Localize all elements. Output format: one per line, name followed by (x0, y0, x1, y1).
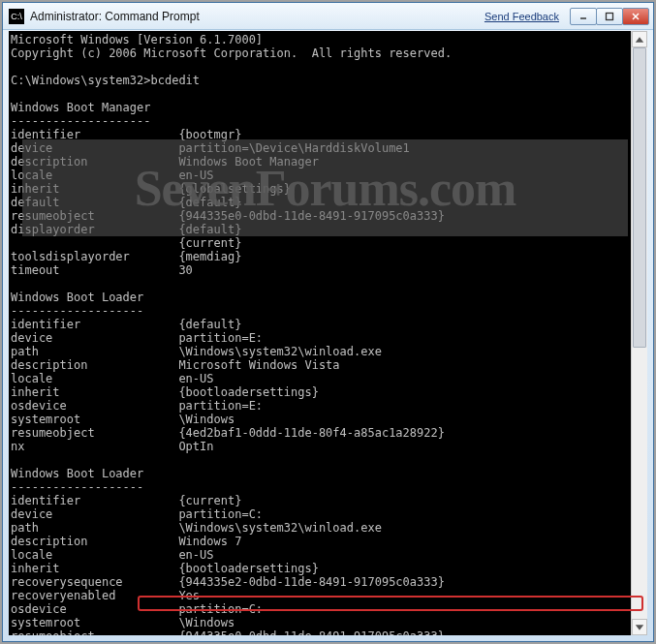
svg-marker-4 (636, 37, 643, 43)
window-title: Administrator: Command Prompt (30, 10, 200, 23)
titlebar[interactable]: C:\ Administrator: Command Prompt Send F… (3, 3, 653, 30)
svg-rect-1 (607, 13, 613, 19)
send-feedback-link[interactable]: Send Feedback (484, 11, 559, 22)
scroll-track[interactable] (632, 47, 647, 619)
svg-marker-5 (636, 625, 643, 630)
maximize-button[interactable] (596, 8, 623, 25)
console-area: Microsoft Windows [Version 6.1.7000] Cop… (9, 31, 647, 635)
console-output[interactable]: Microsoft Windows [Version 6.1.7000] Cop… (9, 31, 631, 635)
scroll-up-button[interactable] (632, 31, 647, 47)
close-button[interactable] (622, 8, 649, 25)
scroll-down-button[interactable] (632, 619, 647, 635)
cmd-icon: C:\ (9, 9, 24, 24)
command-prompt-window: C:\ Administrator: Command Prompt Send F… (2, 2, 654, 642)
scroll-thumb[interactable] (633, 47, 646, 348)
vertical-scrollbar[interactable] (631, 31, 647, 635)
minimize-button[interactable] (570, 8, 597, 25)
